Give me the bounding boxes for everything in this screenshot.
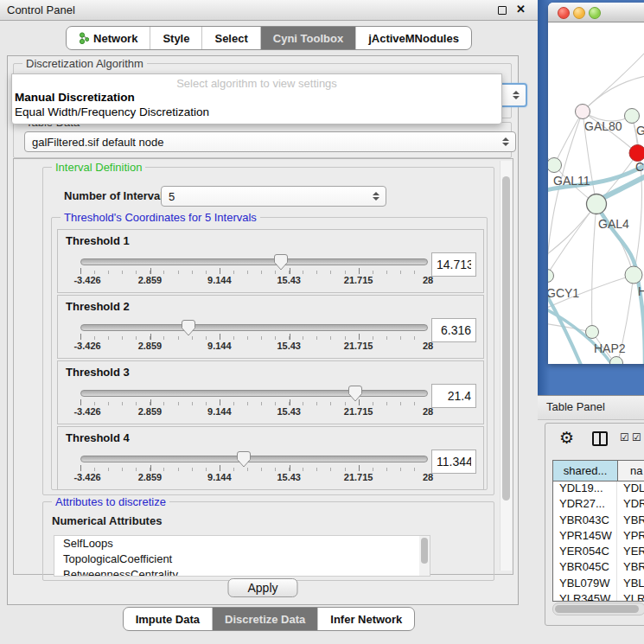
slider-track[interactable]	[80, 324, 428, 331]
algorithm-placeholder-option[interactable]: Select algorithm to view settings	[12, 74, 501, 90]
threshold-1-value-field[interactable]	[431, 252, 476, 277]
node-gal80[interactable]	[576, 105, 590, 119]
attributes-group-title: Attributes to discretize	[52, 495, 169, 508]
slider-thumb[interactable]	[348, 386, 362, 402]
node-bottom-partial[interactable]	[610, 357, 623, 365]
cell[interactable]: YPR1	[617, 529, 644, 545]
cell[interactable]: YERO	[617, 545, 644, 560]
slider-scale: -3.426 2.859 9.144 15.43 21.715 28	[80, 406, 428, 418]
algorithm-option-equal-width[interactable]: Equal Width/Frequency Discretization	[12, 105, 501, 119]
table-row[interactable]: YER054CYERO	[553, 545, 644, 560]
cell[interactable]: YBR043C	[553, 513, 617, 529]
checkbox-icon[interactable]: ☑	[620, 431, 629, 443]
list-item[interactable]: TopologicalCoefficient	[54, 552, 430, 567]
cell[interactable]: YER054C	[553, 545, 617, 560]
tab-impute-data[interactable]: Impute Data	[124, 608, 212, 630]
tab-network[interactable]: Network	[67, 27, 150, 49]
cell[interactable]: YDL1	[617, 481, 644, 497]
node-hap2[interactable]	[586, 326, 599, 339]
columns-icon[interactable]	[592, 431, 608, 446]
threshold-3-slider[interactable]: -3.426 2.859 9.144 15.43 21.715 28	[80, 386, 428, 420]
slider-thumb[interactable]	[274, 254, 288, 271]
numerical-attributes-label: Numerical Attributes	[52, 514, 162, 527]
network-icon	[79, 32, 89, 45]
node-ga[interactable]	[625, 109, 640, 124]
cell[interactable]: YBRO	[617, 560, 644, 576]
threshold-3-value-field[interactable]	[431, 384, 476, 408]
cell[interactable]: YDL19...	[553, 481, 617, 497]
close-icon[interactable]: ✕	[516, 3, 526, 16]
threshold-2-value-field[interactable]	[431, 318, 476, 342]
cell[interactable]: YBL079W	[553, 577, 617, 592]
node-red-selected[interactable]	[629, 145, 644, 162]
tab-infer-network[interactable]: Infer Network	[317, 608, 414, 630]
checkbox-icon[interactable]: ☑	[632, 431, 641, 443]
scale-label: 15.43	[277, 406, 301, 417]
scrollbar-thumb[interactable]	[502, 176, 510, 501]
scrollbar-thumb[interactable]	[421, 538, 428, 564]
network-canvas[interactable]: GAL80 GA C GAL11 GAL4 GCY1 H HAP2	[548, 22, 644, 364]
table-row[interactable]: YDL19...YDL1	[553, 481, 644, 497]
settings-vertical-scrollbar[interactable]	[500, 161, 512, 571]
table-data-combobox[interactable]: galFiltered.sif default node	[24, 131, 516, 152]
cell[interactable]: YDR2	[617, 497, 644, 513]
threshold-4-value-field[interactable]	[431, 450, 476, 474]
algorithm-option-manual[interactable]: Manual Discretization	[12, 90, 501, 105]
apply-button[interactable]: Apply	[227, 578, 297, 597]
node-h[interactable]	[625, 266, 642, 284]
tab-select[interactable]: Select	[201, 27, 259, 49]
list-item[interactable]: BetweennessCentrality	[54, 567, 430, 577]
scrollbar-thumb[interactable]	[555, 605, 639, 613]
close-traffic-light-icon[interactable]	[558, 7, 570, 19]
table-row[interactable]: YBL079WYBLO	[553, 577, 644, 592]
node-attribute-table: shared... na YDL19...YDL1 YDR27...YDR2 Y…	[552, 460, 644, 602]
cell[interactable]: YBRO	[617, 513, 644, 529]
cell[interactable]: YBLO	[617, 577, 644, 592]
tab-discretize-data[interactable]: Discretize Data	[212, 608, 317, 630]
scale-label: 9.144	[207, 472, 232, 482]
column-header-name[interactable]: na	[618, 461, 644, 481]
tab-jactivemnodules[interactable]: jActiveMNodules	[355, 27, 471, 49]
threshold-1-slider[interactable]: -3.426 2.859 9.144 15.43 21.715 28	[80, 254, 428, 289]
tab-style[interactable]: Style	[150, 27, 201, 49]
scale-label: -3.426	[73, 275, 100, 285]
threshold-4-slider[interactable]: -3.426 2.859 9.144 15.43 21.715 28	[80, 451, 428, 486]
slider-track[interactable]	[80, 390, 428, 397]
tab-select-label: Select	[214, 32, 247, 45]
table-horizontal-scrollbar[interactable]	[552, 603, 644, 615]
float-window-icon[interactable]	[498, 6, 507, 15]
node-gal11[interactable]	[548, 158, 562, 173]
number-of-intervals-value: 5	[169, 190, 175, 203]
table-row[interactable]: YPR145WYPR1	[553, 529, 644, 545]
zoom-traffic-light-icon[interactable]	[589, 7, 601, 19]
node-gal4[interactable]	[587, 194, 607, 214]
slider-thumb[interactable]	[237, 451, 251, 468]
table-row[interactable]: YLR345WYLR3	[553, 592, 644, 602]
node-gcy1[interactable]	[548, 270, 554, 283]
list-item[interactable]: SelfLoops	[54, 536, 430, 552]
list-scrollbar[interactable]	[419, 536, 430, 576]
table-row[interactable]: YBR043CYBRO	[553, 513, 644, 529]
cell[interactable]: YLR3	[617, 592, 644, 602]
bottom-tabbar: Impute Data Discretize Data Infer Networ…	[0, 607, 538, 631]
gear-icon[interactable]: ⚙	[559, 428, 574, 448]
cell[interactable]: YBR045C	[553, 560, 617, 576]
threshold-2-slider[interactable]: -3.426 2.859 9.144 15.43 21.715 28	[80, 320, 428, 354]
node-label: GAL11	[553, 174, 590, 188]
slider-track[interactable]	[80, 258, 428, 265]
table-row[interactable]: YDR27...YDR2	[553, 497, 644, 513]
slider-thumb[interactable]	[182, 320, 195, 336]
table-row[interactable]: YBR045CYBRO	[553, 560, 644, 576]
cell[interactable]: YPR145W	[553, 529, 617, 545]
column-header-shared[interactable]: shared...	[553, 461, 618, 481]
cell[interactable]: YLR345W	[553, 592, 617, 602]
number-of-intervals-combobox[interactable]: 5	[161, 186, 386, 207]
cell[interactable]: YDR27...	[553, 497, 617, 513]
scale-label: 9.144	[207, 341, 232, 351]
scale-label: 21.715	[344, 472, 373, 482]
minimize-traffic-light-icon[interactable]	[573, 7, 585, 19]
network-window-titlebar[interactable]	[548, 3, 644, 22]
tab-cyni-toolbox[interactable]: Cyni Toolbox	[260, 27, 355, 49]
slider-track[interactable]	[80, 456, 428, 462]
tab-cyni-toolbox-label: Cyni Toolbox	[273, 32, 343, 45]
